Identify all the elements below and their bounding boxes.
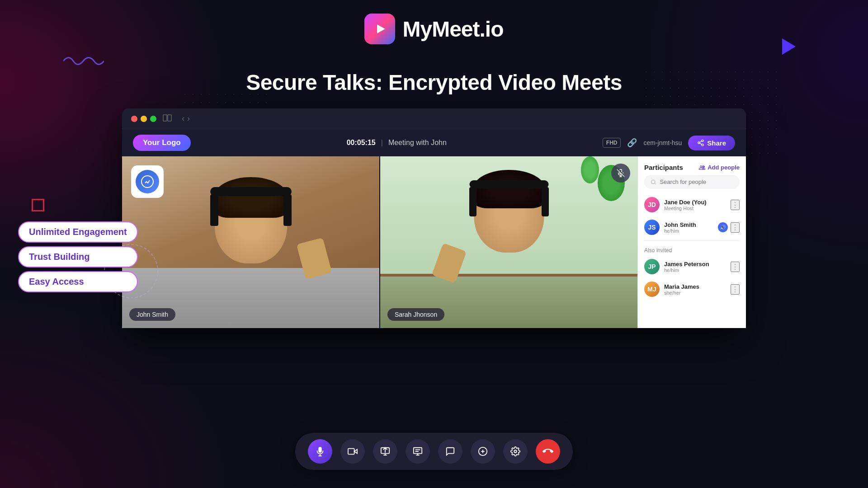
forward-icon[interactable]: ›	[187, 114, 190, 123]
svg-point-4	[698, 142, 700, 144]
avatar-james: JP	[644, 259, 660, 274]
more-options-jane[interactable]: ⋮	[731, 200, 740, 210]
back-icon[interactable]: ‹	[182, 114, 184, 123]
controls-container	[295, 433, 573, 470]
add-people-button[interactable]: + Add people	[699, 164, 740, 171]
browser-bar: ‹ ›	[122, 108, 746, 129]
logo-overlay	[131, 165, 164, 198]
participant-role-james: he/him	[664, 267, 726, 273]
link-icon: 🔗	[627, 138, 637, 148]
meeting-name: Meeting with John	[388, 139, 447, 147]
svg-point-3	[702, 140, 703, 141]
participant-actions-maria: ⋮	[731, 284, 740, 295]
meeting-bar: Your Logo 00:05:15 | Meeting with John F…	[122, 129, 746, 156]
camera-button[interactable]	[340, 439, 365, 464]
feature-labels: Unlimited Engagement Trust Building Easy…	[18, 221, 138, 292]
meeting-actions: FHD 🔗 cem-jnmt-hsu Share	[603, 136, 735, 150]
participant-info-jane: Jane Doe (You) Meeting Host	[664, 199, 726, 211]
feature-trust-building: Trust Building	[18, 246, 138, 267]
svg-rect-18	[348, 449, 354, 455]
svg-rect-23	[414, 448, 422, 454]
share-label: Share	[707, 139, 726, 147]
avatar-jane: JD	[644, 197, 660, 212]
svg-point-14	[651, 180, 655, 183]
left-video-name: John Smith	[129, 308, 175, 321]
more-options-maria[interactable]: ⋮	[731, 284, 740, 295]
participant-name-john: John Smith	[664, 221, 713, 228]
svg-point-5	[702, 144, 703, 146]
svg-marker-0	[377, 24, 385, 33]
muted-icon	[611, 164, 630, 183]
meeting-id: cem-jnmt-hsu	[643, 139, 682, 146]
participant-info-maria: Maria James she/her	[664, 283, 726, 296]
participant-name-maria: Maria James	[664, 283, 726, 290]
participant-role-john: he/him	[664, 228, 713, 234]
participants-header: Participants + Add people	[638, 156, 746, 175]
reactions-button[interactable]	[471, 439, 495, 464]
mic-button[interactable]	[308, 439, 332, 464]
app-name: MyMeet.io	[402, 17, 503, 42]
participant-info-james: James Peterson he/him	[664, 261, 726, 273]
participants-panel: Participants + Add people JD Jane Doe (Y…	[637, 156, 746, 328]
dot-maximize[interactable]	[150, 116, 156, 122]
feature-easy-access: Easy Access	[18, 271, 138, 292]
your-logo-badge: Your Logo	[133, 135, 191, 151]
svg-rect-1	[163, 115, 167, 121]
header: MyMeet.io	[0, 14, 868, 44]
participants-search[interactable]	[644, 175, 740, 189]
participant-name-james: James Peterson	[664, 261, 726, 267]
share-button[interactable]: Share	[688, 136, 735, 150]
whiteboard-button[interactable]	[406, 439, 430, 464]
meeting-info: 00:05:15 | Meeting with John	[347, 139, 447, 147]
svg-line-15	[655, 183, 656, 184]
participant-info-john: John Smith he/him	[664, 221, 713, 234]
fhd-badge: FHD	[603, 138, 621, 148]
svg-line-7	[700, 141, 702, 142]
feature-unlimited-engagement: Unlimited Engagement	[18, 221, 138, 243]
participant-james: JP James Peterson he/him ⋮	[638, 255, 746, 278]
meeting-timer: 00:05:15	[347, 139, 376, 147]
participants-title: Participants	[644, 164, 683, 171]
dot-minimize[interactable]	[141, 116, 147, 122]
avatar-john: JS	[644, 220, 660, 235]
avatar-maria: MJ	[644, 282, 660, 297]
participant-actions-jane: ⋮	[731, 200, 740, 210]
more-options-james[interactable]: ⋮	[731, 262, 740, 272]
participant-actions-james: ⋮	[731, 262, 740, 272]
participant-john: JS John Smith he/him 🔊 ⋮	[638, 216, 746, 239]
app-logo-icon	[364, 14, 395, 44]
participant-maria: MJ Maria James she/her ⋮	[638, 278, 746, 300]
svg-point-31	[514, 450, 517, 453]
search-input[interactable]	[660, 178, 733, 185]
screen-share-button[interactable]	[373, 439, 397, 464]
svg-point-8	[142, 176, 153, 188]
svg-line-6	[700, 143, 702, 145]
participant-name-jane: Jane Doe (You)	[664, 199, 726, 206]
page-title: Secure Talks: Encrypted Video Meets	[0, 70, 868, 95]
square-decoration	[32, 199, 44, 211]
svg-text:+: +	[703, 165, 704, 167]
add-people-label: Add people	[708, 164, 740, 171]
settings-button[interactable]	[503, 439, 528, 464]
control-bar	[0, 433, 868, 470]
more-options-john[interactable]: ⋮	[731, 222, 740, 233]
svg-rect-2	[168, 115, 171, 121]
wave-decoration	[63, 54, 104, 71]
also-invited-label: Also invited	[638, 243, 746, 255]
right-video-name: Sarah Jhonson	[387, 308, 444, 321]
participant-role-jane: Meeting Host	[664, 206, 726, 211]
participant-role-maria: she/her	[664, 290, 726, 296]
participants-divider	[644, 240, 740, 241]
meeting-separator: |	[381, 139, 383, 147]
end-call-button[interactable]	[536, 439, 560, 464]
video-grid: John Smith	[122, 156, 746, 328]
chat-button[interactable]	[438, 439, 462, 464]
video-panel-right: Sarah Jhonson	[380, 156, 637, 328]
video-panel-left: John Smith	[122, 156, 380, 328]
dot-close[interactable]	[131, 116, 137, 122]
browser-window: ‹ › Your Logo 00:05:15 | Meeting with Jo…	[122, 108, 746, 328]
browser-dots	[131, 116, 156, 122]
participant-jane: JD Jane Doe (You) Meeting Host ⋮	[638, 193, 746, 216]
split-view-icon	[163, 114, 172, 123]
participant-actions-john: 🔊 ⋮	[718, 222, 740, 233]
